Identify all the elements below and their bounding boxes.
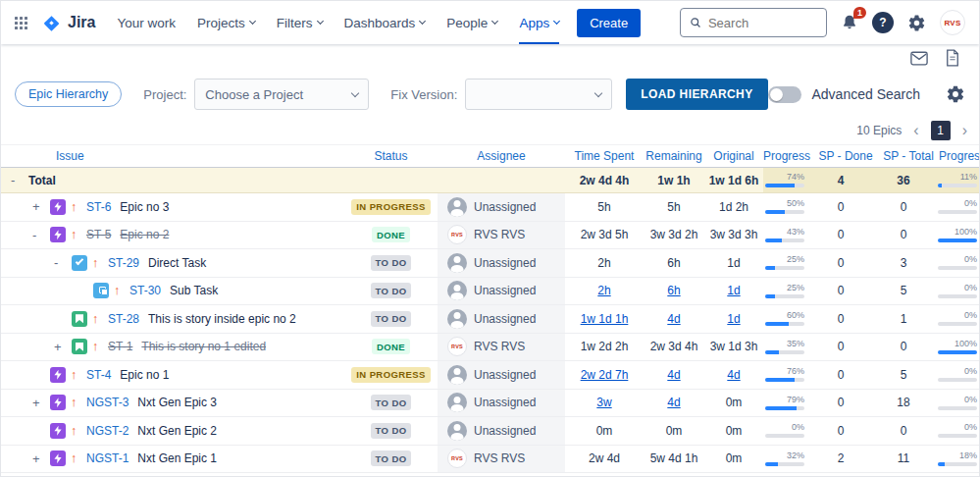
global-search[interactable] [680, 8, 827, 37]
nav-dashboards[interactable]: Dashboards [344, 1, 426, 44]
fix-version-select[interactable] [465, 79, 612, 110]
help-button[interactable]: ? [872, 12, 894, 33]
sp-total-cell: 36 [873, 168, 934, 192]
issue-row[interactable]: +↑NGST-1Nxt Gen Epic 1TO DORVSRVS RVS2w … [1, 446, 979, 474]
issue-row[interactable]: ↑ST-4Epic no 1IN PROGRESSUnassigned2w 2d… [1, 361, 979, 390]
issue-summary: Direct Task [148, 256, 206, 270]
time-remaining-value[interactable]: 4d [667, 368, 680, 382]
collapse-icon[interactable]: - [54, 255, 72, 270]
time-remaining-value[interactable]: 6h [667, 284, 680, 297]
status-cell: TO DO [344, 249, 438, 277]
create-button[interactable]: Create [577, 9, 641, 37]
notifications-button[interactable]: 1 [841, 14, 858, 31]
time-spent-cell: 1w 2d 2h [565, 334, 644, 361]
status-badge: TO DO [371, 311, 412, 327]
issue-row[interactable]: ↑NGST-2Nxt Gen Epic 2TO DOUnassigned0m0m… [1, 417, 979, 446]
indent-spacer [11, 346, 54, 347]
nav-label: Apps [519, 16, 549, 30]
issue-row[interactable]: ↑ST-30Sub TaskTO DOUnassigned2h6h1d25%05… [1, 278, 979, 306]
progress-bar-fill [765, 462, 778, 466]
nav-filters[interactable]: Filters [277, 1, 323, 44]
progress-bar [938, 266, 977, 270]
issue-key-link[interactable]: ST-30 [129, 284, 161, 297]
issue-key-link[interactable]: NGST-1 [86, 451, 129, 465]
progress-bar [765, 266, 804, 270]
issue-row[interactable]: +↑ST-1This is story no 1 editedDONERVSRV… [1, 334, 979, 362]
current-page[interactable]: 1 [931, 121, 951, 140]
issue-key-link[interactable]: ST-29 [108, 256, 139, 270]
time-remaining-cell: 6h [644, 249, 704, 277]
time-original-cell: 3w 3d 3h [704, 222, 763, 249]
issue-key-link[interactable]: ST-1 [108, 340, 132, 353]
time-spent-value[interactable]: 3w [596, 396, 611, 409]
status-badge: TO DO [371, 395, 412, 410]
issue-summary: This is story no 1 edited [141, 340, 266, 353]
expand-icon[interactable]: + [32, 199, 50, 214]
next-page-button[interactable]: › [962, 123, 967, 138]
issue-key-link[interactable]: ST-6 [86, 200, 111, 214]
chevron-down-icon [316, 18, 323, 25]
load-hierarchy-button[interactable]: LOAD HIERARCHY [626, 79, 767, 110]
time-original-value[interactable]: 1d [727, 312, 740, 326]
nav-your-work[interactable]: Your work [117, 1, 176, 44]
expand-icon[interactable]: + [32, 451, 50, 466]
profile-avatar[interactable]: RVS [940, 10, 965, 35]
issue-key-link[interactable]: ST-5 [86, 228, 111, 241]
issue-summary: Epic no 2 [120, 228, 169, 241]
progress-percent: 0% [964, 255, 977, 264]
progress-bar [938, 406, 977, 410]
app-switcher-icon[interactable] [15, 17, 27, 29]
sp-done-cell: 0 [808, 278, 873, 305]
issue-row[interactable]: +↑NGST-3Nxt Gen Epic 3TO DOUnassigned3w4… [1, 390, 979, 418]
nav-apps[interactable]: Apps [519, 1, 559, 44]
sp-done-value: 0 [838, 284, 845, 297]
time-spent-value[interactable]: 2w 2d 7h [581, 368, 629, 382]
nav-people[interactable]: People [446, 1, 497, 44]
progress-percent: 60% [787, 311, 804, 320]
status-badge: DONE [372, 227, 410, 242]
mail-icon[interactable] [910, 51, 928, 66]
jira-logo[interactable]: Jira [41, 13, 95, 33]
issue-row[interactable]: +↑ST-6Epic no 3IN PROGRESSUnassigned5h5h… [1, 193, 979, 222]
expand-icon[interactable]: + [54, 340, 72, 354]
project-select[interactable]: Choose a Project [194, 79, 369, 110]
time-spent-cell: 2h [565, 278, 644, 305]
issue-cell: -↑ST-29Direct Task [1, 249, 344, 277]
settings-icon[interactable] [907, 14, 926, 32]
issue-key-link[interactable]: NGST-2 [86, 424, 129, 438]
plugin-settings-icon[interactable] [946, 84, 965, 104]
col-time-spent: Time Spent [565, 145, 644, 167]
time-original-cell: 1d 2h [704, 193, 763, 221]
issue-row[interactable]: ↑ST-28This is story inside epic no 2TO D… [1, 305, 979, 334]
time-spent-value[interactable]: 1w 1d 1h [581, 312, 629, 326]
issue-key-link[interactable]: ST-28 [108, 312, 139, 326]
prev-page-button[interactable]: ‹ [913, 123, 918, 138]
collapse-icon[interactable]: - [11, 173, 28, 187]
time-original-value[interactable]: 1d [727, 284, 740, 297]
page-icon[interactable] [946, 49, 959, 67]
progress-bar-fill [765, 266, 775, 270]
expand-icon[interactable]: + [32, 396, 50, 410]
time-original-value[interactable]: 4d [727, 368, 740, 382]
time-progress-cell: 32% [763, 446, 808, 473]
advanced-search-toggle[interactable] [768, 86, 801, 103]
epic-hierarchy-button[interactable]: Epic Hierarchy [15, 81, 122, 107]
progress-percent: 100% [954, 340, 977, 348]
total-row[interactable]: -Total2w 4d 4h1w 1h1w 1d 6h74%43611% [1, 168, 979, 193]
issue-row[interactable]: -↑ST-5Epic no 2DONERVSRVS RVS2w 3d 5h3w … [1, 222, 979, 250]
search-input[interactable] [708, 16, 817, 30]
issue-row[interactable]: -↑ST-29Direct TaskTO DOUnassigned2h6h1d2… [1, 249, 979, 278]
gear-icon [907, 14, 926, 32]
assignee-name: Unassigned [474, 368, 536, 382]
issue-key-link[interactable]: ST-4 [86, 368, 111, 382]
progress-bar [765, 210, 804, 214]
time-remaining-cell: 4d [644, 305, 704, 333]
time-remaining-value[interactable]: 4d [667, 396, 680, 409]
time-remaining-value[interactable]: 4d [667, 312, 680, 326]
progress-percent: 32% [787, 451, 804, 460]
collapse-icon[interactable]: - [32, 228, 50, 242]
nav-projects[interactable]: Projects [197, 1, 255, 44]
time-spent-value[interactable]: 2h [597, 284, 610, 297]
issue-key-link[interactable]: NGST-3 [86, 396, 129, 409]
assignee-name: Unassigned [474, 424, 536, 438]
